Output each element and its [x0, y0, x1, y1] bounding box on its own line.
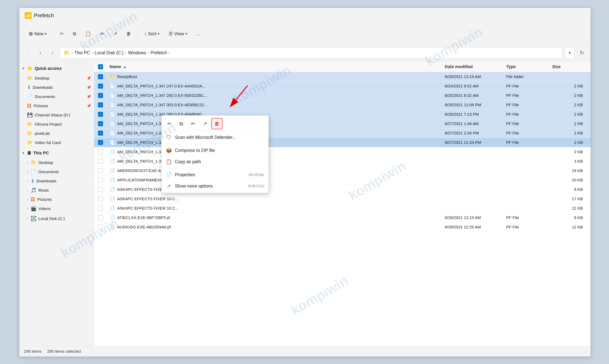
- row-checkbox-empty[interactable]: [98, 206, 103, 211]
- header-checkbox[interactable]: ✓: [98, 64, 110, 69]
- sidebar-item-pc-downloads[interactable]: › ⬇ Downloads: [19, 176, 94, 186]
- row-checkbox[interactable]: ✓: [98, 84, 103, 89]
- row-checkbox[interactable]: ✓: [98, 130, 103, 136]
- sidebar-item-filmora[interactable]: 📁 Filmora Project: [19, 120, 94, 129]
- sidebar-item-downloads[interactable]: ⬇ Downloads 📌: [19, 83, 94, 92]
- path-local-disk: Local Disk (C:): [95, 50, 124, 55]
- refresh-button[interactable]: ↻: [577, 48, 587, 58]
- forward-button[interactable]: ›: [36, 48, 45, 58]
- row-checkbox-empty[interactable]: [98, 187, 103, 192]
- sidebar-item-pc-pictures[interactable]: › 🖼 Pictures: [19, 195, 94, 204]
- pc-desktop-chevron: ›: [27, 161, 28, 164]
- sidebar-item-channel-shaza[interactable]: 💾 Channel Shaza (D:): [19, 110, 94, 120]
- header-name[interactable]: Name ▲: [110, 64, 445, 69]
- sidebar-item-videosd[interactable]: 📁 Video Sd Card: [19, 138, 94, 147]
- this-pc-section: ▾ 🖥 This PC › 📁 Desktop › 📄 Documents › …: [19, 148, 94, 213]
- table-row[interactable]: 📄ATIECLXX.EXE-88F72BFF.pf8/29/2021 12:15…: [94, 213, 591, 222]
- ctx-rename-button[interactable]: ✏: [188, 118, 199, 129]
- view-button[interactable]: ☰ View ▾: [165, 29, 191, 38]
- quick-access-chevron-icon: ▾: [22, 66, 24, 70]
- file-icon: 📄: [110, 159, 115, 164]
- file-name-cell: 📄APPLICATIONFRAMEHOST.J...: [110, 177, 445, 183]
- sidebar-item-desktop[interactable]: 📁 Desktop 📌: [19, 74, 94, 83]
- sidebar-item-pc-videos[interactable]: › 🎬 Videos: [19, 204, 94, 213]
- ctx-share-button[interactable]: ↗: [199, 118, 211, 129]
- header-size[interactable]: Size: [552, 64, 587, 69]
- address-dropdown[interactable]: ▾: [565, 47, 574, 59]
- share-icon: ↗: [113, 31, 117, 37]
- row-checkbox[interactable]: ✓: [98, 103, 103, 107]
- table-row[interactable]: 📄ASK4PC EFFECTS FIXER 10.C...17 KB: [94, 194, 591, 204]
- sort-button[interactable]: ↕ Sort ▾: [140, 29, 163, 38]
- sidebar-desktop-label: Desktop: [35, 76, 50, 80]
- sidebar-pc-documents-label: Documents: [38, 169, 59, 174]
- table-row[interactable]: ✓📄AM_DELTA_PATCH_1.347.353.0.EX-4EB5B122…: [94, 100, 591, 110]
- select-all-checkbox[interactable]: ✓: [98, 64, 103, 69]
- ctx-more-options-icon: ↗: [166, 183, 172, 189]
- row-checkbox-empty[interactable]: [98, 215, 103, 220]
- header-date[interactable]: Date modified: [445, 64, 506, 69]
- sidebar-item-local-disk[interactable]: › 💽 Local Disk (C:): [19, 214, 94, 223]
- row-checkbox-empty[interactable]: [98, 168, 103, 173]
- row-checkbox-empty[interactable]: [98, 159, 103, 164]
- delete-button[interactable]: 🗑: [123, 29, 135, 38]
- row-checkbox[interactable]: ✓: [98, 140, 103, 145]
- file-size: 2 KB: [552, 150, 587, 154]
- row-checkbox-empty[interactable]: [98, 149, 103, 154]
- row-checkbox-empty[interactable]: [98, 225, 103, 230]
- sidebar-item-pc-desktop[interactable]: › 📁 Desktop: [19, 158, 94, 167]
- ctx-copy-button[interactable]: ⧉: [176, 118, 187, 129]
- sidebar-item-pc-music[interactable]: › 🎵 Music: [19, 186, 94, 195]
- rename-button[interactable]: ✏: [96, 29, 108, 38]
- ctx-item-more-options[interactable]: ↗ Show more options Shift+F10: [161, 181, 269, 192]
- file-area: ✓ Name ▲ Date modified Type Size ✓📁Ready…: [94, 62, 591, 346]
- row-checkbox-empty[interactable]: [98, 196, 103, 201]
- copy-button[interactable]: ⧉: [69, 29, 80, 38]
- file-size: 24 KB: [552, 168, 587, 173]
- table-row[interactable]: 📄ASK4PC EFFECTS FIXER 10.C...12 KB: [94, 204, 591, 213]
- cut-button[interactable]: ✂: [56, 29, 67, 38]
- file-date: 8/25/2021 11:09 PM: [445, 103, 506, 107]
- ctx-delete-button[interactable]: 🗑: [211, 118, 222, 129]
- ctx-item-copy-path[interactable]: 📋 Copy as path: [161, 156, 269, 168]
- file-name-cell: 📄AM_DELTA_PATCH_1.347.51...: [110, 149, 445, 155]
- sidebar-item-this-pc[interactable]: ▾ 🖥 This PC: [19, 148, 94, 158]
- sidebar-item-pictures[interactable]: 🖼 Pictures 📌: [19, 101, 94, 110]
- ctx-cut-button[interactable]: ✂: [164, 118, 175, 129]
- more-button[interactable]: ...: [193, 29, 204, 38]
- row-checkbox[interactable]: ✓: [98, 121, 103, 126]
- table-row[interactable]: 📄AUDIODG.EXE-AB22E9A6.pf8/29/2021 12:25 …: [94, 222, 591, 232]
- table-row[interactable]: ✓📄AM_DELTA_PATCH_1.347.292.0.EX-50E022BC…: [94, 91, 591, 100]
- up-button[interactable]: ↑: [48, 48, 57, 58]
- file-name-cell: 📄AM_DELTA_PATCH_1.347.466.0.EX-7FC27A13.…: [110, 130, 445, 136]
- path-prefetch: Prefetch: [151, 50, 167, 55]
- ctx-item-compress[interactable]: 📦 Compress to ZIP file: [161, 145, 269, 156]
- back-button[interactable]: ‹: [23, 48, 33, 58]
- row-checkbox[interactable]: ✓: [98, 112, 103, 117]
- file-name-cell: 📄ATIECLXX.EXE-88F72BFF.pf: [110, 215, 445, 220]
- file-name-cell: 📄AMDRSSRCEXT.EXE-A391D...: [110, 168, 445, 173]
- header-type[interactable]: Type: [506, 64, 552, 69]
- sidebar-item-pc-documents[interactable]: › 📄 Documents: [19, 167, 94, 176]
- row-checkbox[interactable]: ✓: [98, 93, 103, 98]
- row-checkbox[interactable]: ✓: [98, 74, 103, 79]
- new-button[interactable]: ⊕ New ▾: [25, 28, 51, 39]
- sidebar-item-quick-access[interactable]: ▾ ⭐ Quick access: [19, 63, 94, 74]
- table-row[interactable]: ✓📁ReadyBoot8/29/2021 12:19 AMFile folder: [94, 72, 591, 81]
- ctx-item-properties[interactable]: 📄 Properties Alt+Enter: [161, 169, 269, 181]
- share-button[interactable]: ↗: [110, 29, 121, 38]
- sidebar-item-documents[interactable]: 📄 Documents 📌: [19, 92, 94, 101]
- paste-button[interactable]: 📋: [81, 29, 95, 38]
- file-type: PF File: [506, 112, 552, 117]
- sidebar-item-pixellab[interactable]: 📁 pixelLab: [19, 129, 94, 138]
- sidebar: ▾ ⭐ Quick access 📁 Desktop 📌 ⬇ Downloads…: [19, 62, 94, 346]
- table-row[interactable]: ✓📄AM_DELTA_PATCH_1.347.247.0.EX-A4A5D2A.…: [94, 81, 591, 91]
- address-bar: ‹ › ↑ 📁 › This PC › Local Disk (C:) › Wi…: [19, 44, 591, 62]
- ctx-copy-path-icon: 📋: [166, 159, 172, 165]
- row-checkbox-empty[interactable]: [98, 178, 103, 182]
- file-name-cell: 📄AM_DELTA_PATCH_1.347.445.0.EX-51794604.…: [110, 121, 445, 126]
- file-icon: 📄: [110, 121, 115, 126]
- window-title: Prefetch: [34, 13, 54, 19]
- ctx-item-scan[interactable]: 🛡 Scan with Microsoft Defender...: [161, 132, 269, 143]
- address-path[interactable]: 📁 › This PC › Local Disk (C:) › Windows …: [60, 47, 562, 59]
